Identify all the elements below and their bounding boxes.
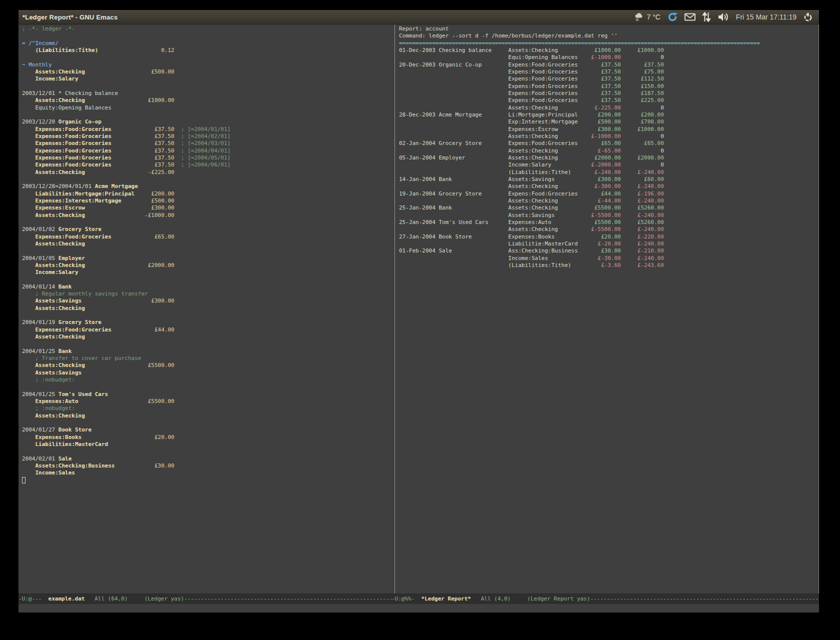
buffer-line: 05-Jan-2004 Employer Assets:Checking £20… bbox=[399, 154, 818, 162]
ledger-report-window[interactable]: Report: accountCommand: ledger --sort d … bbox=[395, 24, 818, 594]
titlebar[interactable]: *Ledger Report* - GNU Emacs 7 °C bbox=[18, 10, 819, 24]
buffer-line: Assets:Checking £-5500.00 £-240.00 bbox=[399, 226, 818, 233]
buffer-line: 2004/01/02 Grocery Store bbox=[22, 226, 394, 233]
buffer-line bbox=[22, 340, 394, 348]
buffer-line bbox=[22, 448, 394, 455]
buffer-line: Expens:Food:Groceries £37.50 £150.00 bbox=[399, 83, 818, 90]
buffer-line: ; -*- ledger -*- bbox=[22, 26, 394, 32]
buffer-line: ; Regular monthly savings transfer bbox=[22, 290, 394, 298]
buffer-line: Assets:Checking £5500.00 bbox=[22, 362, 394, 369]
buffer-line: 02-Jan-2004 Grocery Store Expens:Food:Gr… bbox=[399, 140, 818, 147]
buffer-line: Assets:Savings £-5500.00 £-240.00 bbox=[399, 212, 818, 219]
text-cursor bbox=[22, 477, 26, 484]
buffer-line: 20-Dec-2003 Organic Co-op Expens:Food:Gr… bbox=[399, 62, 818, 68]
buffer-line: Expenses:Food:Groceries £37.50 ; [=2004/… bbox=[22, 162, 394, 168]
buffer-line: Expenses:Escrow £300.00 £1000.00 bbox=[399, 126, 818, 133]
modeline-right[interactable]: -U:@%%- *Ledger Report* All (4,0) (Ledge… bbox=[392, 594, 819, 604]
buffer-line: Equi:Opening Balances £-1000.00 0 bbox=[399, 54, 818, 61]
volume-icon[interactable] bbox=[718, 12, 730, 22]
buffer-line: Expenses:Auto £5500.00 bbox=[22, 398, 394, 405]
buffer-line: 2004/01/27 Book Store bbox=[22, 426, 394, 434]
buffer-line bbox=[22, 420, 394, 426]
buffer-line: Command: ledger --sort d -f /home/borbus… bbox=[399, 32, 818, 40]
buffer-line: 2004/01/05 Employer bbox=[22, 255, 394, 262]
buffer-line: 2003/12/01 * Checking balance bbox=[22, 90, 394, 97]
buffer-line: 19-Jan-2004 Grocery Store Expens:Food:Gr… bbox=[399, 190, 818, 198]
buffer-line: Report: account bbox=[399, 26, 818, 32]
buffer-line: Income:Sales £-30.00 £-240.00 bbox=[399, 255, 818, 262]
buffer-line bbox=[22, 112, 394, 118]
buffer-line: ========================================… bbox=[399, 40, 818, 47]
ledger-file-buffer: ; -*- ledger -*- = /^Income/ (Liabilitie… bbox=[22, 26, 394, 484]
ledger-report-buffer: Report: accountCommand: ledger --sort d … bbox=[399, 26, 818, 269]
power-icon[interactable] bbox=[803, 12, 813, 22]
system-tray: 7 °C Fri 15 Mar 17:11:19 bbox=[634, 12, 813, 22]
buffer-line: Expenses:Books £20.00 bbox=[22, 434, 394, 441]
refresh-icon[interactable] bbox=[667, 12, 678, 22]
buffer-line: Assets:Checking £-225.00 0 bbox=[399, 104, 818, 112]
buffer-line: Expenses:Escrow £300.00 bbox=[22, 204, 394, 212]
emacs-frame: *Ledger Report* - GNU Emacs 7 °C bbox=[18, 10, 819, 612]
buffer-line bbox=[22, 384, 394, 390]
buffer-line: 2004/01/19 Grocery Store bbox=[22, 319, 394, 326]
buffer-line: Assets:Checking bbox=[22, 412, 394, 420]
buffer-line: (Liabilities:Tithe) £-240.00 £-240.00 bbox=[399, 169, 818, 176]
buffer-line: Assets:Checking -£225.00 bbox=[22, 169, 394, 176]
buffer-line: Expenses:Food:Groceries £65.00 bbox=[22, 234, 394, 240]
buffer-line: 01-Feb-2004 Sale Ass:Checking:Business £… bbox=[399, 248, 818, 254]
buffer-line: 2003/12/20 Organic Co-op bbox=[22, 118, 394, 126]
buffer-line: Assets:Checking £1000.00 bbox=[22, 97, 394, 104]
buffer-line: Assets:Checking bbox=[22, 305, 394, 312]
network-traffic-icon[interactable] bbox=[702, 12, 711, 22]
buffer-line bbox=[22, 477, 394, 484]
buffer-line: Equity:Opening Balances bbox=[22, 104, 394, 112]
buffer-line: 2004/01/14 Bank bbox=[22, 284, 394, 290]
buffer-line: ; :nobudget: bbox=[22, 376, 394, 384]
buffer-line: Income:Sales bbox=[22, 470, 394, 476]
ledger-file-window[interactable]: ; -*- ledger -*- = /^Income/ (Liabilitie… bbox=[18, 24, 395, 594]
buffer-line bbox=[22, 276, 394, 283]
modeline-left[interactable]: -U:@--- example.dat All (64,0) (Ledger y… bbox=[18, 594, 392, 604]
buffer-line: 2004/01/25 Tom's Used Cars bbox=[22, 391, 394, 398]
buffer-line: Income:Salary £-2000.00 0 bbox=[399, 162, 818, 168]
buffer-line bbox=[22, 176, 394, 183]
buffer-line: Assets:Checking:Business £30.00 bbox=[22, 462, 394, 470]
buffer-line: Expenses:Food:Groceries £37.50 ; [=2004/… bbox=[22, 133, 394, 140]
buffer-line: ~ Monthly bbox=[22, 62, 394, 68]
buffer-line: Assets:Checking -£1000.00 bbox=[22, 212, 394, 219]
mail-icon[interactable] bbox=[684, 13, 696, 21]
buffer-line: Assets:Checking £-300.00 £-240.00 bbox=[399, 183, 818, 190]
echo-area[interactable] bbox=[18, 604, 819, 612]
buffer-line: Expens:Food:Groceries £37.50 £187.50 bbox=[399, 90, 818, 97]
buffer-line: ; Transfer to cover car purchase bbox=[22, 355, 394, 362]
buffer-line bbox=[22, 248, 394, 254]
buffer-line: 2004/01/25 Bank bbox=[22, 348, 394, 355]
buffer-line bbox=[22, 83, 394, 90]
window-title: *Ledger Report* - GNU Emacs bbox=[22, 14, 118, 21]
weather-indicator[interactable]: 7 °C bbox=[634, 12, 660, 22]
buffer-line: Exp:Interest:Mortgage £500.00 £700.00 bbox=[399, 118, 818, 126]
buffer-line bbox=[22, 312, 394, 319]
buffer-line: Assets:Savings £300.00 bbox=[22, 298, 394, 304]
buffer-line: Assets:Savings bbox=[22, 370, 394, 376]
buffer-line: 28-Dec-2003 Acme Mortgage Li:Mortgage:Pr… bbox=[399, 112, 818, 118]
buffer-line: 25-Jan-2004 Tom's Used Cars Expenses:Aut… bbox=[399, 219, 818, 226]
buffer-line: 14-Jan-2004 Bank Assets:Savings £300.00 … bbox=[399, 176, 818, 183]
buffer-line: Expenses:Interest:Mortgage £500.00 bbox=[22, 198, 394, 204]
buffer-line: Liabilitie:MasterCard £-20.00 £-240.00 bbox=[399, 240, 818, 248]
temperature-label: 7 °C bbox=[646, 13, 660, 21]
buffer-line bbox=[22, 219, 394, 226]
buffer-line: Liabilities:MasterCard bbox=[22, 441, 394, 448]
buffer-line: (Liabilities:Tithe) £-3.60 £-243.60 bbox=[399, 262, 818, 269]
buffer-line: Expenses:Food:Groceries £44.00 bbox=[22, 326, 394, 334]
buffer-line: Liabilities:Mortgage:Principal £200.00 bbox=[22, 190, 394, 198]
buffer-line: 2003/12/28=2004/01/01 Acme Mortgage bbox=[22, 183, 394, 190]
buffer-line: 2004/02/01 Sale bbox=[22, 456, 394, 462]
buffer-line: Income:Salary bbox=[22, 269, 394, 276]
buffer-line: Assets:Checking £-65.00 0 bbox=[399, 148, 818, 154]
buffer-line: Assets:Checking £-44.00 £-240.00 bbox=[399, 198, 818, 204]
buffer-line: Expenses:Food:Groceries £37.50 ; [=2004/… bbox=[22, 140, 394, 147]
clock[interactable]: Fri 15 Mar 17:11:19 bbox=[736, 13, 796, 21]
buffer-line: Assets:Checking £500.00 bbox=[22, 68, 394, 76]
buffer-line: Income:Salary bbox=[22, 76, 394, 82]
